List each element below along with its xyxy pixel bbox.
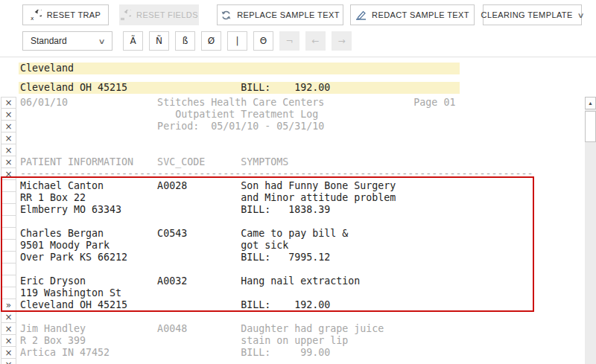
document-line[interactable]: Michael Canton A0028 Son had Funny Bone …	[16, 180, 396, 192]
document-row: × Outpatient Treatment Log	[1, 109, 585, 121]
delete-line-button[interactable]: ×	[1, 335, 16, 347]
delete-line-button[interactable]: ×	[1, 347, 16, 359]
scroll-up-button[interactable]: ▲	[585, 97, 596, 109]
document-line[interactable]: Jim Handley A0048 Daughter had grape jui…	[16, 323, 384, 335]
field-highlight-city-text: Cleveland	[19, 63, 460, 74]
document-line[interactable]	[16, 144, 20, 156]
line-gutter-cell	[1, 228, 16, 240]
document-line[interactable]: Period: 05/01/10 - 05/31/10	[16, 121, 324, 132]
document-row: »Cleveland OH 45215 BILL: 192.00	[1, 299, 585, 311]
document-line[interactable]	[16, 264, 20, 275]
document-row: ×R 2 Box 399 stain on upper lip	[1, 335, 585, 347]
line-gutter-cell	[1, 240, 16, 252]
trap-editor-window: x RESET TRAP RESET FIELDS REPLACE SAMPLE…	[0, 0, 596, 364]
document-line[interactable]: 06/01/10 Stitches Health Care Centers Pa…	[16, 97, 455, 109]
document-row: ×	[1, 144, 585, 156]
delete-line-button[interactable]: ×	[1, 168, 16, 180]
document-line[interactable]	[16, 216, 20, 228]
document-row: Over Park KS 66212 BILL: 7995.12	[1, 252, 585, 264]
document-line[interactable]	[16, 359, 20, 364]
document-rows: ×06/01/10 Stitches Health Care Centers P…	[1, 97, 585, 364]
style-selector[interactable]: Standard ∨	[22, 31, 112, 51]
arrow-right-button: →	[332, 31, 352, 51]
delete-line-button[interactable]: ×	[1, 121, 16, 132]
redact-sample-text-button[interactable]: REDACT SAMPLE TEXT	[350, 4, 475, 25]
special-char-button[interactable]: |	[227, 31, 247, 51]
replace-sample-text-label: REPLACE SAMPLE TEXT	[237, 10, 340, 19]
document-row: Elmberry MO 63343 BILL: 1838.39	[1, 204, 585, 216]
special-char-button[interactable]: ß	[175, 31, 195, 51]
delete-line-button[interactable]: ×	[1, 109, 16, 121]
document-line[interactable]: Cleveland OH 45215 BILL: 192.00	[16, 299, 330, 311]
replace-refresh-icon	[221, 10, 232, 20]
reset-trap-label: RESET TRAP	[47, 10, 101, 19]
field-highlight-city[interactable]: Cleveland	[19, 63, 460, 74]
special-char-button[interactable]: Ã	[123, 31, 143, 51]
scrollbar-thumb[interactable]	[585, 111, 596, 142]
document-row: Charles Bergan C0543 Came to pay bill &	[1, 228, 585, 240]
delete-line-button[interactable]: ×	[1, 144, 16, 156]
chevron-down-icon: ∨	[577, 11, 585, 19]
vertical-scrollbar[interactable]: ▲	[585, 97, 596, 364]
document-row: 9501 Moody Park got sick	[1, 240, 585, 252]
special-char-button[interactable]: Ñ	[149, 31, 169, 51]
document-line[interactable]: 9501 Moody Park got sick	[16, 240, 288, 252]
corner-arrow-button: ¬	[279, 31, 299, 51]
special-char-button[interactable]: Ø	[201, 31, 221, 51]
line-gutter-cell	[1, 264, 16, 275]
delete-line-button[interactable]: ×	[1, 132, 16, 144]
document-line[interactable]: Outpatient Treatment Log	[16, 109, 318, 121]
document-line[interactable]: RR 1 Box 22 and Minor attitude problem	[16, 192, 396, 204]
document-row: ×Jim Handley A0048 Daughter had grape ju…	[1, 323, 585, 335]
document-line[interactable]: PATIENT INFORMATION SVC_CODE SYMPTOMS	[16, 156, 288, 168]
delete-line-button[interactable]: ×	[1, 311, 16, 323]
document-line[interactable]: Eric Dryson A0032 Hang nail extraction	[16, 275, 360, 287]
document-line[interactable]: Charles Bergan C0543 Came to pay bill &	[16, 228, 348, 240]
document-row: ×	[1, 359, 585, 364]
reset-fields-button: RESET FIELDS	[119, 4, 199, 25]
clearing-template-label: CLEARING TEMPLATE	[481, 10, 573, 19]
document-line[interactable]: Artica IN 47452 BILL: 99.00	[16, 347, 330, 359]
char-toolbar: Standard ∨ ÃÑßØ|Θ¬←→	[22, 31, 358, 51]
document-line[interactable]	[16, 132, 20, 144]
line-gutter-cell	[1, 180, 16, 192]
line-gutter-cell	[1, 275, 16, 287]
document-line[interactable]: R 2 Box 399 stain on upper lip	[16, 335, 348, 347]
delete-line-button[interactable]: ×	[1, 156, 16, 168]
document-row: 119 Washington St	[1, 287, 585, 299]
delete-line-button[interactable]: ×	[1, 359, 16, 364]
reset-trap-button[interactable]: x RESET TRAP	[22, 4, 109, 25]
document-row: × Period: 05/01/10 - 05/31/10	[1, 121, 585, 132]
document-line[interactable]: 119 Washington St	[16, 287, 121, 299]
clearing-template-button[interactable]: CLEARING TEMPLATE ∨	[483, 4, 582, 25]
document-row: RR 1 Box 22 and Minor attitude problem	[1, 192, 585, 204]
redact-sample-text-label: REDACT SAMPLE TEXT	[372, 10, 469, 19]
reset-trap-icon: x	[31, 10, 42, 20]
document-line[interactable]: ----------------------------------------…	[16, 168, 533, 180]
document-row: ×06/01/10 Stitches Health Care Centers P…	[1, 97, 585, 109]
replace-sample-text-button[interactable]: REPLACE SAMPLE TEXT	[217, 4, 343, 25]
redact-pen-icon	[355, 10, 367, 20]
line-gutter-cell	[1, 192, 16, 204]
document-row: ×---------------------------------------…	[1, 168, 585, 180]
delete-line-button[interactable]: ×	[1, 97, 16, 109]
document-line[interactable]: Over Park KS 66212 BILL: 7995.12	[16, 252, 330, 264]
svg-text:x: x	[31, 15, 34, 21]
chevron-down-icon: ∨	[98, 37, 105, 45]
field-highlight-record-text: Cleveland OH 45215 BILL: 192.00	[19, 82, 460, 94]
toolbar-divider	[0, 57, 596, 57]
field-highlight-record-line[interactable]: Cleveland OH 45215 BILL: 192.00	[19, 82, 460, 94]
main-toolbar: x RESET TRAP RESET FIELDS REPLACE SAMPLE…	[22, 4, 582, 25]
document-line[interactable]	[16, 311, 20, 323]
line-gutter-cell	[1, 252, 16, 264]
document-row	[1, 216, 585, 228]
special-char-button[interactable]: Θ	[253, 31, 273, 51]
document-row: Michael Canton A0028 Son had Funny Bone …	[1, 180, 585, 192]
document-row: Eric Dryson A0032 Hang nail extraction	[1, 275, 585, 287]
reset-fields-icon	[120, 10, 131, 20]
active-line-marker: »	[1, 299, 16, 311]
line-gutter-cell	[1, 216, 16, 228]
document-row: ×	[1, 311, 585, 323]
document-line[interactable]: Elmberry MO 63343 BILL: 1838.39	[16, 204, 330, 216]
delete-line-button[interactable]: ×	[1, 323, 16, 335]
